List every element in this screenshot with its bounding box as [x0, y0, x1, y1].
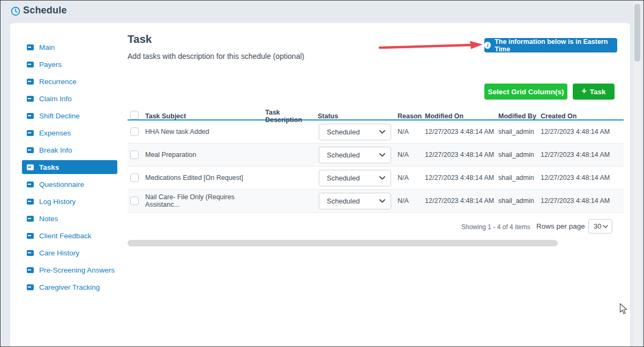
chevron-down-icon	[379, 130, 385, 134]
sidebar-item-pre-screening-answers[interactable]: Pre-Screening Answers	[22, 263, 117, 277]
red-arrow-annotation	[378, 40, 483, 51]
column-header-task-subject: Task Subject	[145, 112, 265, 120]
rows-per-page-label: Rows per page	[536, 222, 585, 230]
table-row: Nail Care- File Only (Requires Assistanc…	[128, 190, 624, 213]
cell-modified-by: shail_admin	[498, 197, 541, 205]
info-badge: i The information below is in Eastern Ti…	[484, 38, 617, 52]
sidebar-item-shift-decline[interactable]: Shift Decline	[22, 109, 117, 123]
sidebar-item-label: Payers	[39, 61, 62, 69]
sidebar-item-tasks[interactable]: Tasks	[22, 160, 117, 174]
card-icon	[27, 79, 34, 85]
column-header-reason: Reason	[398, 112, 425, 120]
cell-modified-on: 12/27/2023 4:48:14 AM	[425, 128, 498, 135]
vertical-scrollbar-track[interactable]	[633, 1, 641, 346]
rows-per-page-value: 30	[594, 222, 601, 230]
card-icon	[27, 250, 34, 256]
cell-created-on: 12/27/2023 4:48:14 AM	[541, 128, 624, 135]
select-all-checkbox[interactable]	[130, 111, 139, 119]
clock-icon	[11, 6, 20, 16]
vertical-scrollbar-thumb[interactable]	[634, 4, 640, 62]
cell-reason: N/A	[398, 197, 425, 205]
sidebar-item-notes[interactable]: Notes	[22, 212, 117, 225]
sidebar-item-label: Shift Decline	[39, 112, 80, 120]
card-icon	[27, 182, 34, 187]
cell-reason: N/A	[398, 151, 425, 159]
sidebar-item-label: Tasks	[39, 163, 59, 171]
status-select[interactable]: Scheduled	[319, 193, 391, 209]
table-row: Meal Preparation Scheduled N/A 12/27/202…	[128, 144, 624, 167]
cell-created-on: 12/27/2023 4:48:14 AM	[541, 151, 624, 159]
sidebar-item-expenses[interactable]: Expenses	[22, 126, 117, 140]
plus-icon: +	[581, 86, 586, 96]
sidebar-item-label: Expenses	[39, 129, 71, 137]
status-select[interactable]: Scheduled	[319, 170, 391, 186]
card-icon	[27, 164, 34, 170]
sidebar-item-label: Pre-Screening Answers	[39, 266, 115, 274]
column-header-status: Status	[318, 112, 398, 120]
row-checkbox[interactable]	[130, 174, 139, 182]
section-subtitle: Add tasks with description for this sche…	[128, 52, 304, 61]
cell-created-on: 12/27/2023 4:48:14 AM	[541, 174, 624, 182]
cell-task-subject: Meal Preparation	[145, 151, 265, 159]
sidebar-item-label: Questionnaire	[39, 180, 84, 188]
content-panel: Main Payers Recurrence Claim Info Shift …	[10, 23, 630, 346]
sidebar-item-claim-info[interactable]: Claim Info	[22, 92, 117, 105]
status-select[interactable]: Scheduled	[319, 124, 391, 140]
sidebar-item-break-info[interactable]: Break Info	[22, 143, 117, 157]
card-icon	[27, 130, 34, 136]
info-icon: i	[484, 42, 491, 49]
select-grid-columns-button[interactable]: Select Grid Column(s)	[484, 84, 567, 100]
cell-modified-on: 12/27/2023 4:48:14 AM	[425, 151, 498, 159]
sidebar-item-caregiver-tracking[interactable]: Caregiver Tracking	[22, 280, 117, 294]
card-icon	[27, 284, 34, 290]
card-icon	[27, 44, 34, 50]
cell-task-subject: Nail Care- File Only (Requires Assistanc…	[145, 193, 265, 208]
app-window: Schedule Main Payers Recurrence Claim In…	[0, 0, 644, 347]
card-icon	[27, 216, 34, 222]
status-select[interactable]: Scheduled	[319, 147, 391, 163]
cell-modified-by: shail_admin	[498, 151, 541, 159]
column-header-task-description: Task Description	[265, 109, 318, 124]
row-checkbox[interactable]	[130, 150, 139, 159]
status-value: Scheduled	[327, 174, 360, 182]
sidebar-item-log-history[interactable]: Log History	[22, 194, 117, 208]
card-icon	[27, 267, 34, 273]
sidebar-item-label: Claim Info	[39, 95, 72, 103]
sidebar-item-label: Main	[39, 43, 55, 51]
sidebar-item-payers[interactable]: Payers	[22, 57, 117, 71]
status-value: Scheduled	[327, 128, 360, 136]
sidebar-item-label: Break Info	[39, 146, 72, 154]
row-checkbox[interactable]	[130, 197, 139, 205]
card-icon	[27, 113, 34, 119]
row-checkbox[interactable]	[130, 127, 139, 136]
sidebar-item-label: Client Feedback	[39, 232, 92, 240]
table-row: Medications Edited [On Request] Schedule…	[128, 167, 624, 190]
card-icon	[27, 233, 34, 239]
chevron-down-icon	[379, 176, 385, 180]
card-icon	[27, 199, 34, 205]
cell-modified-by: shail_admin	[498, 174, 541, 182]
sidebar-item-label: Care History	[39, 249, 79, 257]
horizontal-scrollbar-thumb[interactable]	[128, 240, 558, 246]
column-header-modified-on: Modified On	[425, 112, 498, 120]
page-title: Schedule	[23, 5, 67, 16]
table-row: HHA New task Added Scheduled N/A 12/27/2…	[128, 120, 624, 144]
rows-per-page-select[interactable]: 30	[588, 219, 612, 233]
sidebar-item-label: Notes	[39, 215, 58, 223]
sidebar-item-main[interactable]: Main	[22, 40, 117, 54]
column-header-created-on: Created On	[541, 112, 624, 120]
sidebar-item-questionnaire[interactable]: Questionnaire	[22, 177, 117, 191]
add-task-button[interactable]: + Task	[573, 84, 615, 100]
column-header-modified-by: Modified By	[498, 112, 541, 120]
sidebar-item-recurrence[interactable]: Recurrence	[22, 74, 117, 88]
chevron-down-icon	[379, 199, 385, 203]
sidebar-item-client-feedback[interactable]: Client Feedback	[22, 229, 117, 243]
status-value: Scheduled	[327, 151, 360, 159]
sidebar-item-care-history[interactable]: Care History	[22, 246, 117, 260]
task-table: Task Subject Task Description Status Rea…	[128, 109, 624, 213]
cell-task-subject: HHA New task Added	[145, 128, 265, 135]
status-value: Scheduled	[327, 197, 360, 205]
cell-created-on: 12/27/2023 4:48:14 AM	[541, 197, 624, 205]
section-title: Task	[128, 33, 152, 46]
cell-reason: N/A	[398, 128, 425, 135]
